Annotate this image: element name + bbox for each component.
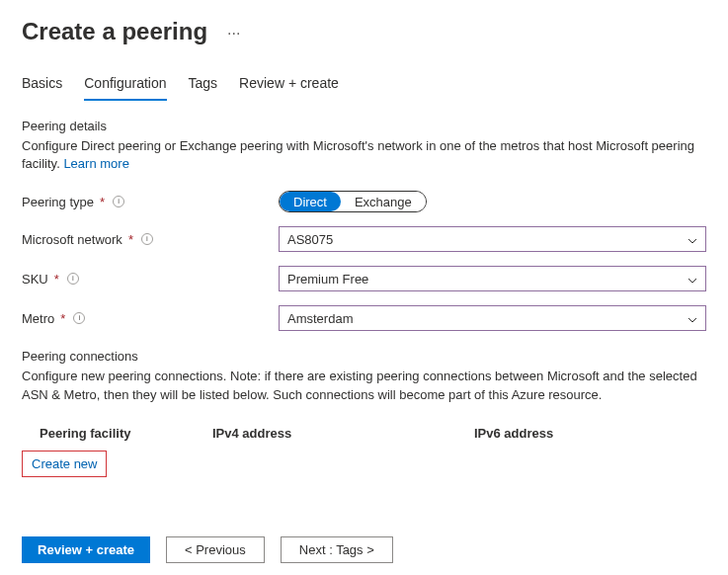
required-marker: * bbox=[128, 232, 133, 247]
label-sku: SKU bbox=[22, 272, 48, 287]
dropdown-microsoft-network[interactable]: AS8075 bbox=[279, 226, 706, 252]
dropdown-value-sku: Premium Free bbox=[287, 272, 368, 287]
create-new-highlight: Create new bbox=[22, 451, 107, 477]
label-microsoft-network: Microsoft network bbox=[22, 232, 122, 247]
tab-review-create[interactable]: Review + create bbox=[239, 69, 339, 101]
more-actions-button[interactable]: ··· bbox=[223, 21, 244, 46]
tab-basics[interactable]: Basics bbox=[22, 69, 62, 101]
ellipsis-icon: ··· bbox=[227, 25, 240, 41]
dropdown-value-microsoft-network: AS8075 bbox=[287, 232, 333, 247]
review-create-button[interactable]: Review + create bbox=[22, 536, 150, 563]
connections-table-header: Peering facility IPv4 address IPv6 addre… bbox=[22, 418, 706, 449]
pill-exchange[interactable]: Exchange bbox=[341, 192, 426, 211]
label-peering-type: Peering type bbox=[22, 195, 94, 209]
page-title: Create a peering bbox=[22, 18, 207, 45]
row-peering-type: Peering type * i Direct Exchange bbox=[22, 191, 706, 212]
peering-type-toggle[interactable]: Direct Exchange bbox=[279, 191, 427, 212]
info-icon[interactable]: i bbox=[141, 233, 153, 245]
label-metro: Metro bbox=[22, 311, 54, 326]
row-sku: SKU * i Premium Free bbox=[22, 266, 706, 291]
required-marker: * bbox=[100, 195, 105, 209]
tab-configuration[interactable]: Configuration bbox=[84, 69, 166, 101]
info-icon[interactable]: i bbox=[73, 312, 85, 324]
tab-bar: Basics Configuration Tags Review + creat… bbox=[22, 69, 706, 101]
chevron-down-icon bbox=[688, 274, 697, 284]
required-marker: * bbox=[60, 311, 65, 326]
dropdown-sku[interactable]: Premium Free bbox=[279, 266, 706, 291]
pill-direct[interactable]: Direct bbox=[280, 192, 341, 211]
col-header-facility: Peering facility bbox=[40, 426, 212, 441]
footer-buttons: Review + create < Previous Next : Tags > bbox=[22, 536, 706, 563]
peering-connections-heading: Peering connections bbox=[22, 349, 706, 364]
row-microsoft-network: Microsoft network * i AS8075 bbox=[22, 226, 706, 252]
peering-details-section: Peering details Configure Direct peering… bbox=[22, 119, 706, 173]
dropdown-metro[interactable]: Amsterdam bbox=[279, 305, 706, 331]
info-icon[interactable]: i bbox=[113, 196, 124, 207]
chevron-down-icon bbox=[688, 234, 697, 244]
chevron-down-icon bbox=[688, 313, 697, 323]
col-header-ipv6: IPv6 address bbox=[474, 426, 706, 441]
create-new-link[interactable]: Create new bbox=[32, 456, 97, 471]
tab-tags[interactable]: Tags bbox=[189, 69, 218, 101]
peering-details-heading: Peering details bbox=[22, 119, 706, 133]
previous-button[interactable]: < Previous bbox=[166, 536, 265, 563]
info-icon[interactable]: i bbox=[67, 273, 79, 285]
peering-details-description: Configure Direct peering or Exchange pee… bbox=[22, 137, 706, 173]
peering-connections-description: Configure new peering connections. Note:… bbox=[22, 368, 706, 403]
peering-connections-section: Peering connections Configure new peerin… bbox=[22, 349, 706, 476]
col-header-ipv4: IPv4 address bbox=[212, 426, 474, 441]
required-marker: * bbox=[54, 272, 59, 287]
row-metro: Metro * i Amsterdam bbox=[22, 305, 706, 331]
learn-more-link[interactable]: Learn more bbox=[63, 156, 128, 171]
next-button[interactable]: Next : Tags > bbox=[281, 536, 393, 563]
dropdown-value-metro: Amsterdam bbox=[287, 311, 353, 326]
